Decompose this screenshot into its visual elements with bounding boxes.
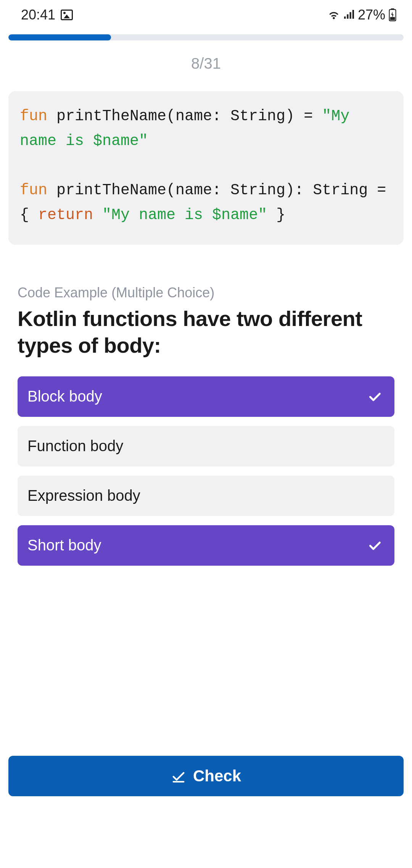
question-text: Kotlin functions have two different type… bbox=[18, 305, 394, 359]
options-list: Block bodyFunction bodyExpression bodySh… bbox=[18, 376, 394, 566]
image-icon bbox=[61, 10, 73, 20]
check-underline-icon bbox=[171, 768, 186, 784]
wifi-icon bbox=[327, 10, 340, 20]
option-label: Function body bbox=[27, 437, 123, 455]
option-label: Block body bbox=[27, 388, 102, 405]
option-2[interactable]: Expression body bbox=[18, 476, 394, 516]
svg-rect-2 bbox=[390, 17, 395, 20]
code-snippet: fun printTheName(name: String) = "My nam… bbox=[8, 91, 404, 245]
status-left: 20:41 bbox=[21, 7, 73, 23]
section-label: Code Example (Multiple Choice) bbox=[18, 285, 394, 301]
battery-pct: 27% bbox=[358, 7, 385, 23]
svg-rect-1 bbox=[391, 8, 394, 10]
status-time: 20:41 bbox=[21, 7, 55, 23]
status-bar: 20:41 27% bbox=[0, 0, 412, 27]
option-label: Short body bbox=[27, 537, 101, 554]
signal-icon bbox=[343, 10, 355, 20]
check-button-label: Check bbox=[193, 767, 241, 785]
option-0[interactable]: Block body bbox=[18, 376, 394, 417]
check-button[interactable]: Check bbox=[8, 756, 404, 796]
option-label: Expression body bbox=[27, 487, 140, 504]
progress-bar-fill bbox=[8, 34, 111, 40]
option-3[interactable]: Short body bbox=[18, 525, 394, 566]
status-right: 27% bbox=[327, 7, 397, 23]
battery-icon bbox=[388, 8, 397, 21]
option-1[interactable]: Function body bbox=[18, 426, 394, 466]
question-counter: 8/31 bbox=[0, 55, 412, 72]
progress-bar bbox=[8, 34, 404, 40]
checkmark-icon bbox=[367, 538, 382, 553]
checkmark-icon bbox=[367, 389, 382, 404]
